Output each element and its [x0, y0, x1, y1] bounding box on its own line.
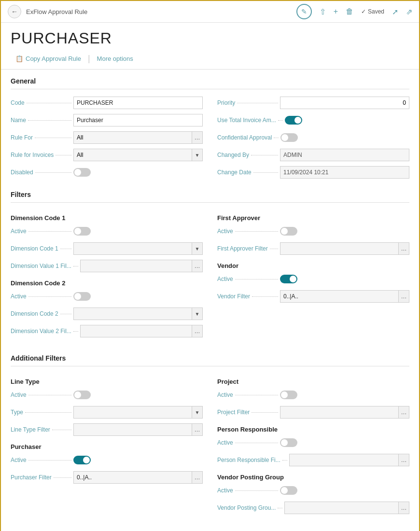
dim1-value-ellipsis-btn[interactable]: …: [192, 260, 203, 272]
code-input[interactable]: [73, 97, 203, 109]
confidential-approval-value: [280, 133, 409, 142]
confidential-approval-toggle[interactable]: [280, 133, 298, 142]
first-approver-active-row: Active: [217, 224, 409, 238]
additional-filters-title: Additional Filters: [11, 354, 409, 362]
person-responsible-active-toggle[interactable]: [280, 438, 297, 447]
vendor-filter-ellipsis-btn[interactable]: …: [399, 290, 409, 303]
rule-for-invoices-field-row: Rule for Invoices ▼: [11, 148, 203, 162]
right-filter-block: First Approver Active First Approver Fil…: [217, 210, 409, 342]
dim2-code-row: Dimension Code 2 ▼: [11, 307, 203, 321]
first-approver-active-toggle[interactable]: [280, 227, 297, 236]
project-filter-ellipsis-btn[interactable]: …: [399, 406, 409, 419]
change-date-value: [280, 166, 409, 179]
open-in-new-icon[interactable]: ➚: [392, 7, 398, 16]
purchaser-filter-input[interactable]: [73, 471, 192, 484]
person-responsible-filter-ellipsis-btn[interactable]: …: [399, 454, 409, 466]
line-type-filter-label: Line Type Filter: [11, 426, 73, 433]
purchaser-active-toggle[interactable]: [73, 456, 91, 464]
saved-status: Saved: [361, 8, 384, 15]
person-responsible-filter-label: Person Responsible Fi...: [217, 457, 289, 463]
dim2-value-ellipsis-btn[interactable]: …: [192, 325, 203, 337]
person-responsible-filter-row: Person Responsible Fi... …: [217, 453, 409, 467]
project-filter-input[interactable]: [280, 406, 399, 419]
project-active-toggle[interactable]: [280, 391, 297, 399]
use-total-invoice-value: [285, 116, 409, 125]
dim1-active-label: Active: [11, 228, 73, 235]
line-type-active-toggle[interactable]: [73, 391, 91, 399]
vendor-posting-group-title: Vendor Posting Group: [217, 474, 409, 481]
priority-value: [280, 97, 409, 109]
copy-icon: 📋: [15, 55, 23, 62]
person-responsible-active-label: Active: [217, 439, 280, 446]
first-approver-filter-ellipsis-btn[interactable]: …: [399, 242, 409, 255]
line-type-filter-input[interactable]: [73, 423, 192, 436]
purchaser-filter-ellipsis-btn[interactable]: …: [192, 471, 203, 484]
project-active-label: Active: [217, 391, 280, 398]
back-button[interactable]: ←: [8, 5, 21, 18]
name-input[interactable]: [73, 114, 203, 126]
vendor-posting-filter-ellipsis-btn[interactable]: …: [399, 502, 409, 514]
share-icon[interactable]: ⇧: [320, 7, 326, 16]
additional-left: Line Type Active Type: [11, 373, 203, 518]
first-approver-filter-input[interactable]: [280, 242, 399, 255]
dim1-code-input[interactable]: [73, 242, 192, 255]
vendor-posting-active-toggle[interactable]: [280, 486, 297, 495]
vendor-posting-filter-input[interactable]: [284, 502, 399, 514]
dim2-value-row: Dimension Value 2 Fil... …: [11, 324, 203, 338]
rule-for-field-row: Rule For …: [11, 131, 203, 144]
code-value: [73, 97, 203, 109]
dim2-value-input[interactable]: [80, 325, 192, 337]
copy-approval-rule-button[interactable]: 📋 Copy Approval Rule: [11, 53, 86, 64]
use-total-invoice-toggle[interactable]: [285, 116, 302, 125]
vendor-filter-input[interactable]: [280, 290, 399, 303]
dim2-code-dropdown-arrow[interactable]: ▼: [192, 307, 203, 320]
dim1-code-dropdown-arrow[interactable]: ▼: [192, 242, 203, 255]
line-type-active-row: Active: [11, 388, 203, 402]
rule-for-label: Rule For: [11, 134, 73, 141]
rule-for-browse-btn[interactable]: …: [192, 131, 203, 144]
type-input[interactable]: [73, 406, 192, 419]
expand-icon[interactable]: ⇗: [406, 7, 412, 16]
more-options-button[interactable]: More options: [92, 53, 138, 64]
line-type-title: Line Type: [11, 378, 203, 385]
name-value: [73, 114, 203, 126]
dim1-code-label: Dimension Code 1: [11, 245, 73, 252]
delete-icon[interactable]: 🗑: [346, 7, 353, 16]
code-label: Code: [11, 99, 73, 106]
purchaser-filter-label: Purchaser Filter: [11, 474, 73, 481]
person-responsible-title: Person Responsible: [217, 426, 409, 433]
disabled-toggle[interactable]: [73, 168, 91, 177]
edit-icon[interactable]: ✎: [296, 4, 312, 19]
purchaser-title: Purchaser: [11, 443, 203, 450]
dim2-active-toggle[interactable]: [73, 292, 91, 301]
dim2-code-label: Dimension Code 2: [11, 310, 73, 317]
person-responsible-filter-input[interactable]: [289, 454, 399, 466]
changed-by-label: Changed By: [217, 152, 280, 158]
dim1-active-toggle[interactable]: [73, 227, 91, 236]
filters-grid: Dimension Code 1 Active Dimension Code 1: [11, 210, 409, 347]
rule-for-input[interactable]: [73, 131, 192, 144]
dim2-code-input[interactable]: [73, 307, 192, 320]
type-dropdown-arrow[interactable]: ▼: [192, 406, 203, 419]
page-title: PURCHASER: [1, 23, 419, 51]
priority-input[interactable]: [280, 97, 409, 109]
vendor-title: Vendor: [217, 262, 409, 269]
change-date-label: Change Date: [217, 169, 280, 176]
rule-for-invoices-label: Rule for Invoices: [11, 152, 73, 158]
change-date-field-row: Change Date: [217, 166, 409, 179]
purchaser-active-label: Active: [11, 457, 73, 463]
disabled-field-row: Disabled: [11, 166, 203, 179]
vendor-active-toggle[interactable]: [280, 275, 297, 283]
disabled-value: [73, 168, 203, 177]
dim1-value-input[interactable]: [80, 260, 192, 272]
vendor-active-label: Active: [217, 276, 280, 282]
rule-for-invoices-input[interactable]: [73, 149, 192, 161]
dim-code1-title: Dimension Code 1: [11, 214, 203, 222]
name-label: Name: [11, 117, 73, 124]
rule-for-invoices-dropdown-arrow[interactable]: ▼: [192, 149, 203, 161]
changed-by-field-row: Changed By: [217, 148, 409, 162]
dim1-code-row: Dimension Code 1 ▼: [11, 242, 203, 255]
filters-section-title: Filters: [11, 191, 409, 198]
add-icon[interactable]: +: [334, 7, 338, 16]
line-type-filter-ellipsis-btn[interactable]: …: [192, 423, 203, 436]
